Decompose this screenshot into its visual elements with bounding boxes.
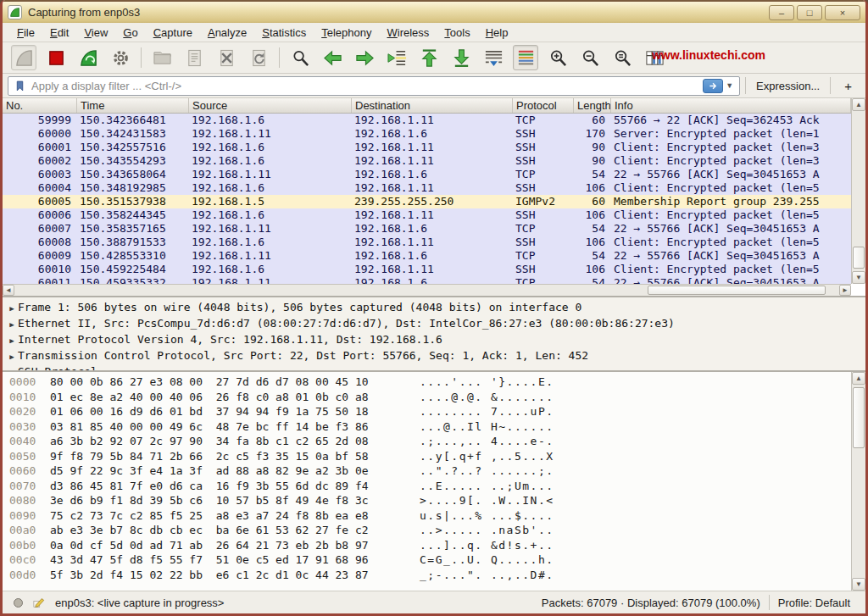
packet-row-60000[interactable]: 60000150.342431583192.168.1.11192.168.1.…: [3, 127, 851, 141]
apply-filter-button[interactable]: [703, 79, 723, 93]
packet-list-vscrollbar[interactable]: ▲ ▼: [851, 98, 865, 284]
go-next-icon[interactable]: [352, 45, 377, 70]
column-header-destination[interactable]: Destination: [352, 98, 513, 113]
minimize-button[interactable]: –: [769, 5, 794, 20]
hscroll-thumb[interactable]: [648, 286, 826, 295]
hex-ascii[interactable]: ........ 7....uP.: [379, 405, 554, 418]
go-to-packet-icon[interactable]: [384, 45, 409, 70]
hex-ascii[interactable]: u.s|...% ...$....: [379, 509, 554, 522]
hex-bytes[interactable]: ab e3 3e b7 8c db cb ec ba 6e 61 53 62 2…: [42, 523, 379, 538]
vscroll-thumb[interactable]: [853, 247, 865, 269]
hex-bytes[interactable]: 5f 3b 2d f4 15 02 22 bb e6 c1 2c d1 0c 4…: [42, 568, 379, 583]
hex-bytes[interactable]: a6 3b b2 92 07 2c 97 90 34 fa 8b c1 c2 6…: [42, 434, 379, 449]
column-header-protocol[interactable]: Protocol: [513, 98, 574, 113]
packet-row-60006[interactable]: 60006150.358244345192.168.1.6192.168.1.1…: [3, 208, 851, 222]
expression-button[interactable]: Expression...: [751, 80, 825, 92]
title-bar[interactable]: Capturing from enp0s3 – □ ×: [3, 0, 865, 23]
expander-icon[interactable]: ▶: [6, 302, 18, 316]
packet-row-60009[interactable]: 60009150.428553310192.168.1.11192.168.1.…: [3, 249, 851, 263]
hex-bytes[interactable]: 9f f8 79 5b 84 71 2b 66 2c c5 f3 35 15 0…: [42, 449, 379, 464]
expander-icon[interactable]: ▶: [6, 318, 18, 332]
hex-bytes[interactable]: 01 06 00 16 d9 d6 01 bd 37 94 94 f9 1a 7…: [42, 404, 379, 419]
detail-line-2[interactable]: ▶Internet Protocol Version 4, Src: 192.1…: [6, 332, 865, 348]
display-filter-input[interactable]: [28, 80, 703, 92]
hex-bytes[interactable]: 75 c2 73 7c c2 85 f5 25 a8 e3 a7 24 f8 8…: [42, 508, 379, 524]
hex-ascii[interactable]: ...]..q. &d!s.+..: [379, 539, 554, 552]
bytes-scroll-up-icon[interactable]: ▲: [852, 372, 865, 385]
hex-bytes[interactable]: 03 81 85 40 00 00 49 6c 48 7e bc ff 14 b…: [42, 419, 379, 435]
packet-row-60002[interactable]: 60002150.343554293192.168.1.6192.168.1.1…: [3, 154, 851, 168]
detail-line-3[interactable]: ▶Transmission Control Protocol, Src Port…: [6, 348, 865, 364]
menu-capture[interactable]: Capture: [146, 25, 200, 41]
column-header-length[interactable]: Length: [574, 98, 611, 113]
reload-file-icon[interactable]: [246, 45, 271, 70]
hex-bytes[interactable]: d5 9f 22 9c 3f e4 1a 3f ad 88 a8 82 9e a…: [42, 463, 379, 479]
expert-info-icon[interactable]: [9, 594, 26, 611]
packet-row-60001[interactable]: 60001150.342557516192.168.1.6192.168.1.1…: [3, 141, 851, 154]
hex-row-0010[interactable]: 001001 ec 8e a2 40 00 40 06 26 f8 c0 a8 …: [3, 390, 850, 405]
menu-analyze[interactable]: Analyze: [200, 25, 254, 41]
profile-indicator[interactable]: Profile: Default: [770, 597, 859, 609]
packet-row-60004[interactable]: 60004150.348192985192.168.1.6192.168.1.1…: [3, 181, 851, 195]
add-filter-button[interactable]: +: [836, 79, 860, 93]
menu-file[interactable]: File: [9, 25, 42, 41]
packet-list-hscrollbar[interactable]: ◄ ►: [3, 284, 851, 296]
find-packet-icon[interactable]: [287, 45, 313, 70]
hex-ascii[interactable]: ...@..Il H~......: [379, 420, 554, 433]
bytes-vscrollbar[interactable]: ▲ ▼: [851, 372, 865, 591]
menu-go[interactable]: Go: [115, 25, 145, 41]
hex-row-00b0[interactable]: 00b00a 0d cf 5d 0d ad 71 ab 26 64 21 73 …: [3, 538, 850, 553]
go-last-icon[interactable]: [448, 45, 474, 70]
capture-options-icon[interactable]: [108, 45, 133, 70]
menu-telephony[interactable]: Telephony: [314, 25, 379, 41]
menu-tools[interactable]: Tools: [437, 25, 477, 41]
menu-wireless[interactable]: Wireless: [380, 25, 437, 41]
menu-help[interactable]: Help: [478, 25, 516, 41]
hex-ascii[interactable]: >....9[. .W..IN.<: [379, 494, 554, 507]
hex-row-0020[interactable]: 002001 06 00 16 d9 d6 01 bd 37 94 94 f9 …: [3, 404, 850, 419]
hex-ascii[interactable]: C=G_..U. Q.....h.: [379, 553, 554, 566]
capture-comment-icon[interactable]: [30, 594, 47, 611]
hex-bytes[interactable]: d3 86 45 81 7f e0 d6 ca 16 f9 3b 55 6d d…: [42, 479, 379, 494]
hex-row-0050[interactable]: 00509f f8 79 5b 84 71 2b 66 2c c5 f3 35 …: [3, 449, 850, 464]
start-capture-icon[interactable]: [11, 45, 36, 70]
save-file-icon[interactable]: [181, 45, 207, 70]
hex-ascii[interactable]: ..y[.q+f ,..5...X: [379, 450, 554, 463]
hex-row-0070[interactable]: 0070d3 86 45 81 7f e0 d6 ca 16 f9 3b 55 …: [3, 479, 850, 494]
zoom-out-icon[interactable]: [577, 45, 603, 70]
menu-edit[interactable]: Edit: [42, 25, 76, 41]
hex-row-0000[interactable]: 000080 00 0b 86 27 e3 08 00 27 7d d6 d7 …: [3, 375, 850, 390]
zoom-original-icon[interactable]: [609, 45, 635, 70]
expander-icon[interactable]: ▶: [6, 350, 18, 364]
scroll-down-icon[interactable]: ▼: [852, 271, 865, 284]
packet-row-60008[interactable]: 60008150.388791533192.168.1.6192.168.1.1…: [3, 236, 851, 249]
packet-row-60005[interactable]: 60005150.351537938192.168.1.5239.255.255…: [3, 195, 851, 208]
column-header-info[interactable]: Info: [611, 98, 851, 113]
hex-bytes[interactable]: 0a 0d cf 5d 0d ad 71 ab 26 64 21 73 eb 2…: [42, 538, 379, 553]
column-header-no[interactable]: No.: [3, 98, 77, 113]
menu-statistics[interactable]: Statistics: [254, 25, 314, 41]
hex-row-0030[interactable]: 003003 81 85 40 00 00 49 6c 48 7e bc ff …: [3, 419, 850, 435]
go-first-icon[interactable]: [416, 45, 442, 70]
open-file-icon[interactable]: [149, 45, 175, 70]
column-header-time[interactable]: Time: [77, 98, 189, 113]
zoom-in-icon[interactable]: [545, 45, 570, 70]
hex-row-00d0[interactable]: 00d05f 3b 2d f4 15 02 22 bb e6 c1 2c d1 …: [3, 568, 850, 583]
bytes-scroll-down-icon[interactable]: ▼: [852, 578, 865, 591]
filter-dropdown-caret-icon[interactable]: ▼: [723, 81, 737, 90]
close-file-icon[interactable]: [214, 45, 239, 70]
hex-ascii[interactable]: _;-...". ..,..D#.: [379, 569, 554, 581]
filter-bookmark-icon[interactable]: [11, 78, 28, 94]
hex-row-0080[interactable]: 00803e d6 b9 f1 8d 39 5b c6 10 57 b5 8f …: [3, 493, 850, 508]
colorize-icon[interactable]: [513, 45, 538, 70]
hex-row-0060[interactable]: 0060d5 9f 22 9c 3f e4 1a 3f ad 88 a8 82 …: [3, 463, 850, 479]
detail-line-4[interactable]: ▶SSH Protocol: [6, 364, 865, 370]
packet-row-60007[interactable]: 60007150.358357165192.168.1.11192.168.1.…: [3, 222, 851, 236]
hex-bytes[interactable]: 01 ec 8e a2 40 00 40 06 26 f8 c0 a8 01 0…: [42, 390, 379, 405]
column-header-source[interactable]: Source: [189, 98, 352, 113]
hex-row-00c0[interactable]: 00c043 3d 47 5f d8 f5 55 f7 51 0e c5 ed …: [3, 552, 850, 568]
packet-row-60010[interactable]: 60010150.459225484192.168.1.6192.168.1.1…: [3, 263, 851, 276]
bytes-vscroll-thumb[interactable]: [853, 387, 865, 448]
auto-scroll-icon[interactable]: [481, 45, 506, 70]
packet-row-60011[interactable]: 60011150.459335332192.168.1.11192.168.1.…: [3, 276, 851, 284]
